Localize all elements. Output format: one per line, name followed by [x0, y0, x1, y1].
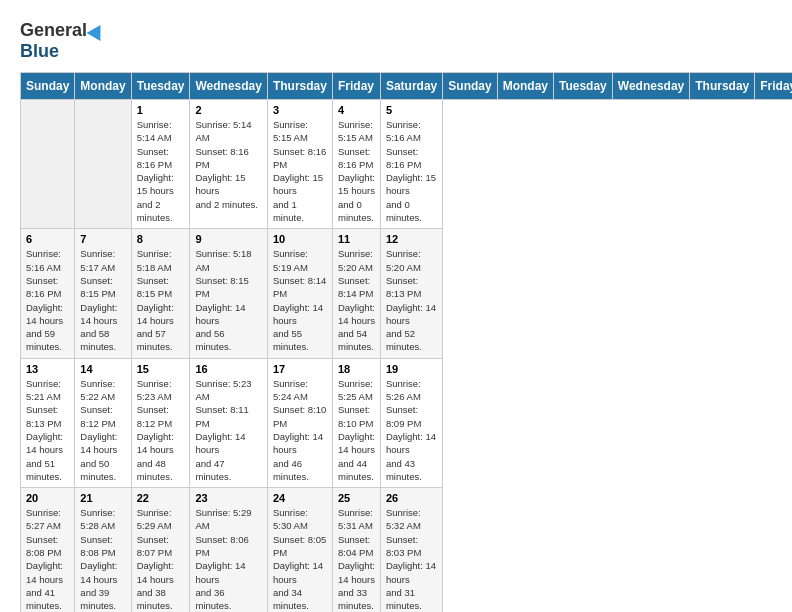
calendar-cell: 1Sunrise: 5:14 AM Sunset: 8:16 PM Daylig… — [131, 100, 190, 229]
header-sunday: Sunday — [21, 73, 75, 100]
day-number: 11 — [338, 233, 375, 245]
logo-blue-text: Blue — [20, 41, 59, 62]
day-number: 6 — [26, 233, 69, 245]
day-info: Sunrise: 5:27 AM Sunset: 8:08 PM Dayligh… — [26, 506, 69, 612]
calendar-week-row: 1Sunrise: 5:14 AM Sunset: 8:16 PM Daylig… — [21, 100, 793, 229]
day-info: Sunrise: 5:26 AM Sunset: 8:09 PM Dayligh… — [386, 377, 437, 483]
calendar-cell: 20Sunrise: 5:27 AM Sunset: 8:08 PM Dayli… — [21, 488, 75, 612]
day-number: 17 — [273, 363, 327, 375]
day-number: 25 — [338, 492, 375, 504]
calendar-cell: 9Sunrise: 5:18 AM Sunset: 8:15 PM Daylig… — [190, 229, 267, 358]
calendar-cell: 10Sunrise: 5:19 AM Sunset: 8:14 PM Dayli… — [267, 229, 332, 358]
day-info: Sunrise: 5:24 AM Sunset: 8:10 PM Dayligh… — [273, 377, 327, 483]
calendar-cell: 8Sunrise: 5:18 AM Sunset: 8:15 PM Daylig… — [131, 229, 190, 358]
calendar-cell: 14Sunrise: 5:22 AM Sunset: 8:12 PM Dayli… — [75, 358, 131, 487]
calendar-cell: 7Sunrise: 5:17 AM Sunset: 8:15 PM Daylig… — [75, 229, 131, 358]
logo-icon — [87, 20, 108, 40]
day-info: Sunrise: 5:29 AM Sunset: 8:06 PM Dayligh… — [195, 506, 261, 612]
header-thursday: Thursday — [267, 73, 332, 100]
day-info: Sunrise: 5:15 AM Sunset: 8:16 PM Dayligh… — [273, 118, 327, 224]
header-tuesday: Tuesday — [131, 73, 190, 100]
header-wednesday: Wednesday — [190, 73, 267, 100]
day-number: 16 — [195, 363, 261, 375]
day-info: Sunrise: 5:19 AM Sunset: 8:14 PM Dayligh… — [273, 247, 327, 353]
calendar-cell: 23Sunrise: 5:29 AM Sunset: 8:06 PM Dayli… — [190, 488, 267, 612]
day-number: 5 — [386, 104, 437, 116]
day-number: 8 — [137, 233, 185, 245]
calendar-table: SundayMondayTuesdayWednesdayThursdayFrid… — [20, 72, 792, 612]
page-header: General Blue — [20, 20, 772, 62]
col-header-friday: Friday — [755, 73, 792, 100]
day-number: 19 — [386, 363, 437, 375]
calendar-cell: 3Sunrise: 5:15 AM Sunset: 8:16 PM Daylig… — [267, 100, 332, 229]
logo-general-text: General — [20, 20, 87, 41]
day-number: 21 — [80, 492, 125, 504]
calendar-cell: 21Sunrise: 5:28 AM Sunset: 8:08 PM Dayli… — [75, 488, 131, 612]
calendar-cell: 4Sunrise: 5:15 AM Sunset: 8:16 PM Daylig… — [332, 100, 380, 229]
calendar-cell — [75, 100, 131, 229]
day-number: 4 — [338, 104, 375, 116]
day-number: 9 — [195, 233, 261, 245]
day-number: 3 — [273, 104, 327, 116]
day-number: 23 — [195, 492, 261, 504]
calendar-week-row: 6Sunrise: 5:16 AM Sunset: 8:16 PM Daylig… — [21, 229, 793, 358]
calendar-cell: 5Sunrise: 5:16 AM Sunset: 8:16 PM Daylig… — [380, 100, 442, 229]
calendar-cell — [21, 100, 75, 229]
calendar-cell: 22Sunrise: 5:29 AM Sunset: 8:07 PM Dayli… — [131, 488, 190, 612]
day-number: 15 — [137, 363, 185, 375]
calendar-cell: 2Sunrise: 5:14 AM Sunset: 8:16 PM Daylig… — [190, 100, 267, 229]
day-info: Sunrise: 5:32 AM Sunset: 8:03 PM Dayligh… — [386, 506, 437, 612]
day-number: 2 — [195, 104, 261, 116]
calendar-cell: 13Sunrise: 5:21 AM Sunset: 8:13 PM Dayli… — [21, 358, 75, 487]
header-monday: Monday — [75, 73, 131, 100]
day-info: Sunrise: 5:28 AM Sunset: 8:08 PM Dayligh… — [80, 506, 125, 612]
day-number: 10 — [273, 233, 327, 245]
col-header-thursday: Thursday — [690, 73, 755, 100]
day-number: 20 — [26, 492, 69, 504]
logo: General Blue — [20, 20, 105, 62]
day-info: Sunrise: 5:16 AM Sunset: 8:16 PM Dayligh… — [26, 247, 69, 353]
calendar-week-row: 13Sunrise: 5:21 AM Sunset: 8:13 PM Dayli… — [21, 358, 793, 487]
col-header-sunday: Sunday — [443, 73, 497, 100]
header-friday: Friday — [332, 73, 380, 100]
day-number: 7 — [80, 233, 125, 245]
col-header-monday: Monday — [497, 73, 553, 100]
calendar-cell: 17Sunrise: 5:24 AM Sunset: 8:10 PM Dayli… — [267, 358, 332, 487]
day-info: Sunrise: 5:20 AM Sunset: 8:13 PM Dayligh… — [386, 247, 437, 353]
header-saturday: Saturday — [380, 73, 442, 100]
day-info: Sunrise: 5:30 AM Sunset: 8:05 PM Dayligh… — [273, 506, 327, 612]
day-info: Sunrise: 5:18 AM Sunset: 8:15 PM Dayligh… — [137, 247, 185, 353]
col-header-wednesday: Wednesday — [612, 73, 689, 100]
day-info: Sunrise: 5:25 AM Sunset: 8:10 PM Dayligh… — [338, 377, 375, 483]
day-number: 26 — [386, 492, 437, 504]
day-info: Sunrise: 5:22 AM Sunset: 8:12 PM Dayligh… — [80, 377, 125, 483]
col-header-tuesday: Tuesday — [553, 73, 612, 100]
day-number: 18 — [338, 363, 375, 375]
calendar-cell: 25Sunrise: 5:31 AM Sunset: 8:04 PM Dayli… — [332, 488, 380, 612]
day-number: 12 — [386, 233, 437, 245]
day-number: 22 — [137, 492, 185, 504]
day-info: Sunrise: 5:20 AM Sunset: 8:14 PM Dayligh… — [338, 247, 375, 353]
calendar-cell: 19Sunrise: 5:26 AM Sunset: 8:09 PM Dayli… — [380, 358, 442, 487]
calendar-cell: 6Sunrise: 5:16 AM Sunset: 8:16 PM Daylig… — [21, 229, 75, 358]
calendar-cell: 16Sunrise: 5:23 AM Sunset: 8:11 PM Dayli… — [190, 358, 267, 487]
day-info: Sunrise: 5:23 AM Sunset: 8:12 PM Dayligh… — [137, 377, 185, 483]
day-info: Sunrise: 5:18 AM Sunset: 8:15 PM Dayligh… — [195, 247, 261, 353]
calendar-cell: 15Sunrise: 5:23 AM Sunset: 8:12 PM Dayli… — [131, 358, 190, 487]
calendar-cell: 11Sunrise: 5:20 AM Sunset: 8:14 PM Dayli… — [332, 229, 380, 358]
day-number: 13 — [26, 363, 69, 375]
day-number: 24 — [273, 492, 327, 504]
day-info: Sunrise: 5:21 AM Sunset: 8:13 PM Dayligh… — [26, 377, 69, 483]
day-info: Sunrise: 5:14 AM Sunset: 8:16 PM Dayligh… — [137, 118, 185, 224]
day-info: Sunrise: 5:17 AM Sunset: 8:15 PM Dayligh… — [80, 247, 125, 353]
day-info: Sunrise: 5:14 AM Sunset: 8:16 PM Dayligh… — [195, 118, 261, 211]
day-info: Sunrise: 5:31 AM Sunset: 8:04 PM Dayligh… — [338, 506, 375, 612]
day-info: Sunrise: 5:15 AM Sunset: 8:16 PM Dayligh… — [338, 118, 375, 224]
calendar-cell: 12Sunrise: 5:20 AM Sunset: 8:13 PM Dayli… — [380, 229, 442, 358]
calendar-cell: 18Sunrise: 5:25 AM Sunset: 8:10 PM Dayli… — [332, 358, 380, 487]
calendar-cell: 26Sunrise: 5:32 AM Sunset: 8:03 PM Dayli… — [380, 488, 442, 612]
calendar-header-row: SundayMondayTuesdayWednesdayThursdayFrid… — [21, 73, 793, 100]
calendar-cell: 24Sunrise: 5:30 AM Sunset: 8:05 PM Dayli… — [267, 488, 332, 612]
day-info: Sunrise: 5:29 AM Sunset: 8:07 PM Dayligh… — [137, 506, 185, 612]
day-number: 1 — [137, 104, 185, 116]
